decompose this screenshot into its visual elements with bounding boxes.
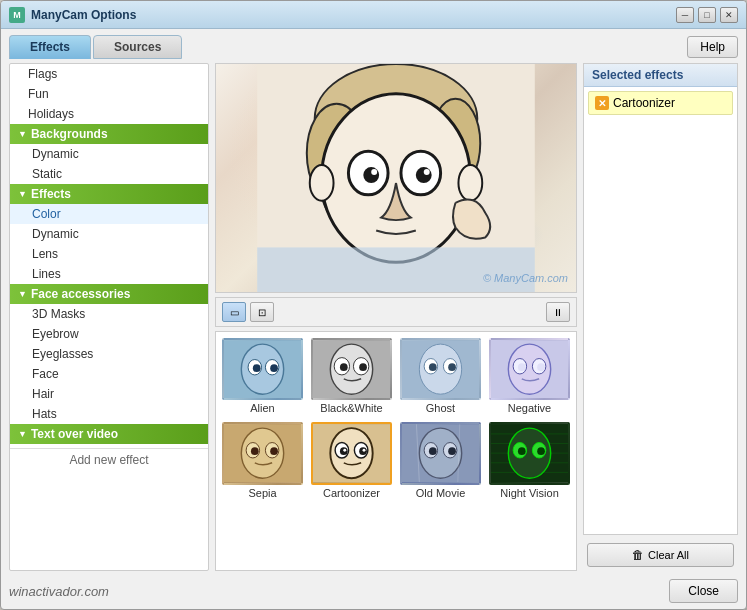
text-over-video-arrow: ▼	[18, 429, 27, 439]
nightvision-thumbnail-svg	[491, 424, 568, 482]
negative-thumbnail-svg	[491, 340, 568, 398]
sidebar-item-lens[interactable]: Lens	[10, 244, 208, 264]
effect-sepia-thumb	[222, 422, 303, 484]
svg-point-11	[424, 169, 430, 175]
svg-rect-14	[257, 247, 535, 292]
sidebar-item-hats[interactable]: Hats	[10, 404, 208, 424]
video-controls: ▭ ⊡ ⏸	[215, 297, 577, 327]
oldmovie-thumbnail-svg	[402, 424, 479, 482]
sidebar-item-eyeglasses[interactable]: Eyeglasses	[10, 344, 208, 364]
svg-point-5	[322, 94, 471, 263]
selected-effects-title: Selected effects	[584, 64, 737, 87]
sidebar[interactable]: Flags Fun Holidays ▼ Backgrounds Dynamic…	[9, 63, 209, 571]
sidebar-item-fun[interactable]: Fun	[10, 84, 208, 104]
video-face	[216, 64, 576, 292]
cartoonizer-thumbnail-svg	[313, 424, 390, 482]
svg-point-8	[363, 167, 379, 183]
sidebar-item-holidays[interactable]: Holidays	[10, 104, 208, 124]
face-accessories-arrow: ▼	[18, 289, 27, 299]
effect-blackwhite[interactable]: Black&White	[309, 336, 394, 416]
sidebar-item-color[interactable]: Color	[10, 204, 208, 224]
app-icon: M	[9, 7, 25, 23]
close-button[interactable]: Close	[669, 579, 738, 603]
effect-alien-label: Alien	[250, 402, 274, 414]
sidebar-item-dynamic2[interactable]: Dynamic	[10, 224, 208, 244]
svg-point-25	[340, 363, 348, 371]
effect-ghost[interactable]: Ghost	[398, 336, 483, 416]
sidebar-item-text-over-video[interactable]: ▼ Text over video	[10, 424, 208, 444]
sidebar-item-lines[interactable]: Lines	[10, 264, 208, 284]
effect-sepia-label: Sepia	[248, 487, 276, 499]
video-preview: © ManyCam.com	[215, 63, 577, 293]
svg-point-70	[518, 448, 526, 456]
effect-cartoonizer-thumb	[311, 422, 392, 484]
svg-point-20	[270, 364, 278, 372]
bottom-bar: winactivador.com Close	[9, 575, 738, 603]
svg-point-51	[343, 449, 346, 452]
main-content: Flags Fun Holidays ▼ Backgrounds Dynamic…	[9, 63, 738, 571]
effect-bw-thumb	[311, 338, 392, 400]
minimize-button[interactable]: ─	[676, 7, 694, 23]
svg-point-13	[458, 165, 482, 201]
add-new-effect-button[interactable]: Add new effect	[10, 448, 208, 471]
clear-all-button[interactable]: 🗑 Clear All	[587, 543, 734, 567]
selected-effects-panel: Selected effects ✕ Cartoonizer	[583, 63, 738, 535]
sidebar-item-static[interactable]: Static	[10, 164, 208, 184]
svg-point-44	[270, 448, 278, 456]
view-small-button[interactable]: ⊡	[250, 302, 274, 322]
sidebar-item-3dmasks[interactable]: 3D Masks	[10, 304, 208, 324]
tab-effects[interactable]: Effects	[9, 35, 91, 59]
content-area: Effects Sources Help Flags Fun Holidays …	[1, 29, 746, 609]
effects-arrow: ▼	[18, 189, 27, 199]
backgrounds-arrow: ▼	[18, 129, 27, 139]
effects-grid-area[interactable]: Alien	[215, 331, 577, 571]
remove-cartoonizer-button[interactable]: ✕	[595, 96, 609, 110]
svg-point-52	[363, 449, 366, 452]
sidebar-item-effects[interactable]: ▼ Effects	[10, 184, 208, 204]
effects-grid: Alien	[220, 336, 572, 501]
effect-alien[interactable]: Alien	[220, 336, 305, 416]
pause-button[interactable]: ⏸	[546, 302, 570, 322]
tab-bar: Effects Sources	[9, 35, 182, 59]
svg-point-32	[448, 363, 456, 371]
sidebar-item-face[interactable]: Face	[10, 364, 208, 384]
title-bar: M ManyCam Options ─ □ ✕	[1, 1, 746, 29]
sidebar-item-hair[interactable]: Hair	[10, 384, 208, 404]
effect-sepia[interactable]: Sepia	[220, 420, 305, 500]
effect-nightvision-thumb	[489, 422, 570, 484]
effect-alien-thumb	[222, 338, 303, 400]
svg-point-31	[429, 363, 437, 371]
effect-oldmovie[interactable]: Old Movie	[398, 420, 483, 500]
effect-cartoonizer[interactable]: Cartoonizer	[309, 420, 394, 500]
effect-oldmovie-thumb	[400, 422, 481, 484]
alien-thumbnail-svg	[224, 340, 301, 398]
view-normal-button[interactable]: ▭	[222, 302, 246, 322]
maximize-button[interactable]: □	[698, 7, 716, 23]
video-placeholder: © ManyCam.com	[216, 64, 576, 292]
help-button[interactable]: Help	[687, 36, 738, 58]
sepia-thumbnail-svg	[224, 424, 301, 482]
sidebar-item-backgrounds[interactable]: ▼ Backgrounds	[10, 124, 208, 144]
selected-effect-label: Cartoonizer	[613, 96, 675, 110]
svg-point-43	[251, 448, 259, 456]
svg-point-10	[371, 169, 377, 175]
effect-cartoonizer-label: Cartoonizer	[323, 487, 380, 499]
bw-thumbnail-svg	[313, 340, 390, 398]
effect-negative[interactable]: Negative	[487, 336, 572, 416]
svg-point-12	[310, 165, 334, 201]
cartoon-face-svg	[216, 64, 576, 292]
effect-bw-label: Black&White	[320, 402, 382, 414]
sidebar-item-dynamic[interactable]: Dynamic	[10, 144, 208, 164]
sidebar-item-face-accessories[interactable]: ▼ Face accessories	[10, 284, 208, 304]
close-window-button[interactable]: ✕	[720, 7, 738, 23]
effect-nightvision[interactable]: Night Vision	[487, 420, 572, 500]
watermark-text: winactivador.com	[9, 584, 109, 599]
selected-effect-cartoonizer: ✕ Cartoonizer	[588, 91, 733, 115]
svg-point-38	[537, 363, 545, 371]
sidebar-item-eyebrow[interactable]: Eyebrow	[10, 324, 208, 344]
tab-sources[interactable]: Sources	[93, 35, 182, 59]
sidebar-item-flags[interactable]: Flags	[10, 64, 208, 84]
ghost-thumbnail-svg	[402, 340, 479, 398]
effect-negative-label: Negative	[508, 402, 551, 414]
right-panel: Selected effects ✕ Cartoonizer 🗑 Clear A…	[583, 63, 738, 571]
